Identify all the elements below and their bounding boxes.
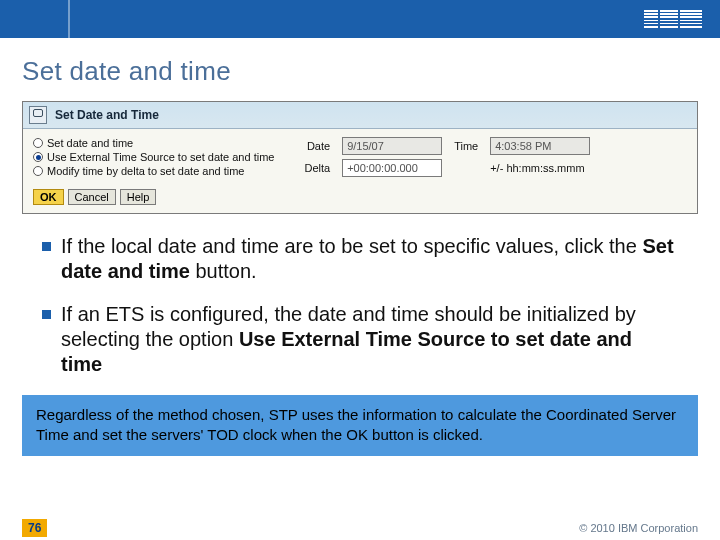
radio-label: Modify time by delta to set date and tim… (47, 165, 245, 177)
date-label: Date (304, 140, 330, 152)
time-field[interactable]: 4:03:58 PM (490, 137, 590, 155)
ok-button[interactable]: OK (33, 189, 64, 205)
dialog-header: Set Date and Time (23, 102, 697, 129)
bullet-text: If an ETS is configured, the date and ti… (61, 302, 678, 377)
time-label: Time (454, 140, 478, 152)
bullet-text: If the local date and time are to be set… (61, 234, 678, 284)
radio-use-ets[interactable]: Use External Time Source to set date and… (33, 151, 274, 163)
radio-modify-delta[interactable]: Modify time by delta to set date and tim… (33, 165, 274, 177)
slide-footer: 76 © 2010 IBM Corporation (0, 516, 720, 540)
callout-box: Regardless of the method chosen, STP use… (22, 395, 698, 456)
ibm-logo (644, 10, 702, 28)
time-mode-radio-group: Set date and time Use External Time Sour… (33, 137, 274, 177)
bullet-icon (42, 242, 51, 251)
copyright: © 2010 IBM Corporation (579, 522, 698, 534)
bullet-list: If the local date and time are to be set… (0, 214, 720, 377)
radio-icon (33, 152, 43, 162)
delta-label: Delta (304, 162, 330, 174)
radio-label: Use External Time Source to set date and… (47, 151, 274, 163)
help-button[interactable]: Help (120, 189, 157, 205)
delta-field[interactable]: +00:00:00.000 (342, 159, 442, 177)
date-field[interactable]: 9/15/07 (342, 137, 442, 155)
bullet-item: If the local date and time are to be set… (42, 234, 678, 284)
cancel-button[interactable]: Cancel (68, 189, 116, 205)
radio-set-date-time[interactable]: Set date and time (33, 137, 274, 149)
radio-icon (33, 166, 43, 176)
radio-label: Set date and time (47, 137, 133, 149)
dialog-title: Set Date and Time (55, 108, 159, 122)
delta-hint: +/- hh:mm:ss.mmm (490, 162, 590, 174)
clock-icon (29, 106, 47, 124)
page-number: 76 (22, 519, 47, 537)
date-time-fields: Date 9/15/07 Time 4:03:58 PM Delta +00:0… (304, 137, 590, 177)
bullet-item: If an ETS is configured, the date and ti… (42, 302, 678, 377)
bullet-icon (42, 310, 51, 319)
radio-icon (33, 138, 43, 148)
header-divider (68, 0, 70, 38)
slide-title: Set date and time (0, 38, 720, 95)
slide-header (0, 0, 720, 38)
dialog-buttons: OK Cancel Help (23, 189, 697, 213)
set-date-time-dialog: Set Date and Time Set date and time Use … (22, 101, 698, 214)
